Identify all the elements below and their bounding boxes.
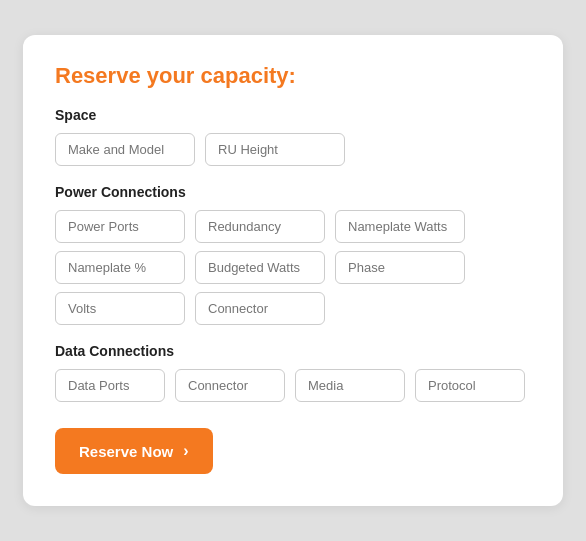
- power-row-3: [55, 292, 531, 325]
- nameplate-pct-input[interactable]: [55, 251, 185, 284]
- budgeted-watts-input[interactable]: [195, 251, 325, 284]
- data-connections-section: Data Connections: [55, 343, 531, 402]
- space-section-label: Space: [55, 107, 531, 123]
- data-ports-input[interactable]: [55, 369, 165, 402]
- reserve-now-label: Reserve Now: [79, 443, 173, 460]
- redundancy-input[interactable]: [195, 210, 325, 243]
- power-row-1: [55, 210, 531, 243]
- page-title: Reserve your capacity:: [55, 63, 531, 89]
- ru-height-input[interactable]: [205, 133, 345, 166]
- data-connections-label: Data Connections: [55, 343, 531, 359]
- power-connections-label: Power Connections: [55, 184, 531, 200]
- space-section: Space: [55, 107, 531, 166]
- power-connector-input[interactable]: [195, 292, 325, 325]
- make-model-input[interactable]: [55, 133, 195, 166]
- data-connector-input[interactable]: [175, 369, 285, 402]
- phase-input[interactable]: [335, 251, 465, 284]
- power-ports-input[interactable]: [55, 210, 185, 243]
- reserve-now-button[interactable]: Reserve Now ›: [55, 428, 213, 474]
- chevron-icon: ›: [183, 442, 188, 460]
- protocol-input[interactable]: [415, 369, 525, 402]
- power-connections-section: Power Connections: [55, 184, 531, 325]
- power-row-2: [55, 251, 531, 284]
- data-row-1: [55, 369, 531, 402]
- capacity-card: Reserve your capacity: Space Power Conne…: [23, 35, 563, 506]
- media-input[interactable]: [295, 369, 405, 402]
- volts-input[interactable]: [55, 292, 185, 325]
- space-row-1: [55, 133, 531, 166]
- nameplate-watts-input[interactable]: [335, 210, 465, 243]
